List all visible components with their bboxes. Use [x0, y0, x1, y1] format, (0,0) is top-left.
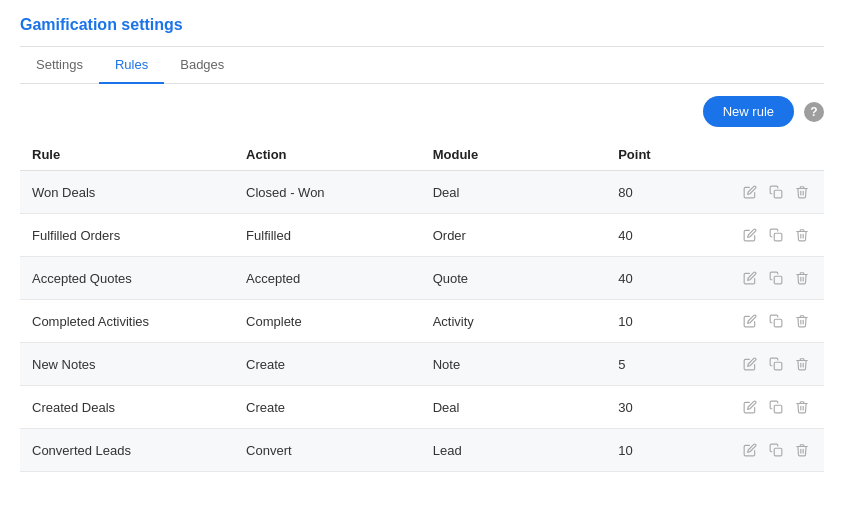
cell-rule: Completed Activities	[20, 300, 234, 343]
col-header-point: Point	[606, 139, 728, 171]
edit-icon	[743, 228, 757, 242]
cell-row-actions	[728, 171, 824, 214]
page-container: Gamification settings Settings Rules Bad…	[0, 0, 844, 488]
svg-rect-1	[774, 233, 782, 241]
copy-icon	[769, 357, 783, 371]
copy-icon	[769, 443, 783, 457]
cell-rule: Accepted Quotes	[20, 257, 234, 300]
cell-row-actions	[728, 386, 824, 429]
edit-icon	[743, 357, 757, 371]
table-row: Created DealsCreateDeal30	[20, 386, 824, 429]
cell-action: Convert	[234, 429, 421, 472]
copy-button[interactable]	[766, 183, 786, 201]
cell-action: Closed - Won	[234, 171, 421, 214]
copy-icon	[769, 271, 783, 285]
edit-button[interactable]	[740, 183, 760, 201]
cell-module: Quote	[421, 257, 606, 300]
cell-rule: New Notes	[20, 343, 234, 386]
table-row: Completed ActivitiesCompleteActivity10	[20, 300, 824, 343]
trash-icon	[795, 443, 809, 457]
rules-table: Rule Action Module Point Won DealsClosed…	[20, 139, 824, 472]
cell-action: Complete	[234, 300, 421, 343]
svg-rect-5	[774, 405, 782, 413]
delete-button[interactable]	[792, 441, 812, 459]
trash-icon	[795, 357, 809, 371]
row-actions-group	[740, 183, 812, 201]
cell-rule: Created Deals	[20, 386, 234, 429]
copy-button[interactable]	[766, 226, 786, 244]
tab-settings[interactable]: Settings	[20, 47, 99, 84]
edit-button[interactable]	[740, 226, 760, 244]
copy-button[interactable]	[766, 441, 786, 459]
cell-action: Create	[234, 386, 421, 429]
edit-icon	[743, 443, 757, 457]
delete-button[interactable]	[792, 183, 812, 201]
table-row: Fulfilled OrdersFulfilledOrder40	[20, 214, 824, 257]
col-header-action: Action	[234, 139, 421, 171]
cell-row-actions	[728, 257, 824, 300]
cell-point: 10	[606, 429, 728, 472]
copy-icon	[769, 228, 783, 242]
cell-point: 40	[606, 214, 728, 257]
copy-button[interactable]	[766, 355, 786, 373]
row-actions-group	[740, 441, 812, 459]
delete-button[interactable]	[792, 226, 812, 244]
table-row: Accepted QuotesAcceptedQuote40	[20, 257, 824, 300]
cell-rule: Converted Leads	[20, 429, 234, 472]
row-actions-group	[740, 312, 812, 330]
cell-module: Activity	[421, 300, 606, 343]
tab-badges[interactable]: Badges	[164, 47, 240, 84]
tab-rules[interactable]: Rules	[99, 47, 164, 84]
edit-button[interactable]	[740, 355, 760, 373]
edit-icon	[743, 314, 757, 328]
cell-module: Order	[421, 214, 606, 257]
edit-button[interactable]	[740, 312, 760, 330]
col-header-actions	[728, 139, 824, 171]
delete-button[interactable]	[792, 269, 812, 287]
row-actions-group	[740, 226, 812, 244]
table-row: Converted LeadsConvertLead10	[20, 429, 824, 472]
trash-icon	[795, 228, 809, 242]
edit-icon	[743, 271, 757, 285]
trash-icon	[795, 271, 809, 285]
row-actions-group	[740, 355, 812, 373]
cell-row-actions	[728, 429, 824, 472]
copy-button[interactable]	[766, 269, 786, 287]
cell-point: 40	[606, 257, 728, 300]
copy-icon	[769, 185, 783, 199]
cell-row-actions	[728, 214, 824, 257]
delete-button[interactable]	[792, 312, 812, 330]
row-actions-group	[740, 269, 812, 287]
delete-button[interactable]	[792, 355, 812, 373]
cell-module: Deal	[421, 171, 606, 214]
page-title: Gamification settings	[20, 16, 824, 34]
tabs-bar: Settings Rules Badges	[20, 47, 824, 84]
edit-icon	[743, 185, 757, 199]
copy-button[interactable]	[766, 312, 786, 330]
new-rule-button[interactable]: New rule	[703, 96, 794, 127]
cell-module: Deal	[421, 386, 606, 429]
svg-rect-4	[774, 362, 782, 370]
cell-rule: Fulfilled Orders	[20, 214, 234, 257]
svg-rect-2	[774, 276, 782, 284]
col-header-rule: Rule	[20, 139, 234, 171]
copy-icon	[769, 314, 783, 328]
copy-button[interactable]	[766, 398, 786, 416]
copy-icon	[769, 400, 783, 414]
cell-point: 10	[606, 300, 728, 343]
cell-action: Fulfilled	[234, 214, 421, 257]
edit-button[interactable]	[740, 398, 760, 416]
cell-row-actions	[728, 343, 824, 386]
cell-point: 80	[606, 171, 728, 214]
table-row: Won DealsClosed - WonDeal80	[20, 171, 824, 214]
edit-button[interactable]	[740, 441, 760, 459]
toolbar: New rule ?	[20, 84, 824, 139]
delete-button[interactable]	[792, 398, 812, 416]
cell-point: 5	[606, 343, 728, 386]
edit-button[interactable]	[740, 269, 760, 287]
trash-icon	[795, 314, 809, 328]
cell-module: Note	[421, 343, 606, 386]
row-actions-group	[740, 398, 812, 416]
cell-row-actions	[728, 300, 824, 343]
help-icon[interactable]: ?	[804, 102, 824, 122]
